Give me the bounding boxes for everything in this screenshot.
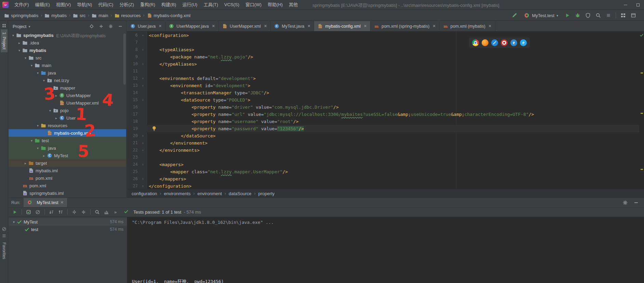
fold-marker-icon[interactable]: ∨ [139, 75, 147, 82]
settings-icon[interactable] [622, 200, 628, 206]
breadcrumb-src[interactable]: src [73, 13, 85, 18]
collapse-all-icon[interactable] [79, 208, 88, 216]
menu-item-8[interactable]: 运行(U) [179, 0, 200, 10]
xml-breadcrumb-dataSource[interactable]: dataSource [229, 191, 252, 196]
tree-item-pom.xml[interactable]: mpom.xml [9, 182, 126, 189]
menu-item-7[interactable]: 构建(B) [158, 0, 179, 10]
code-line-18[interactable]: 18 <property name="username" value="root… [127, 118, 639, 125]
ignore-test-icon[interactable] [33, 208, 42, 216]
fold-marker-icon[interactable]: ∧ [139, 132, 147, 139]
menu-item-9[interactable]: 工具(T) [200, 0, 221, 10]
breadcrumb-resources[interactable]: resources [115, 13, 141, 18]
test-node-test[interactable]: test574 ms [9, 226, 127, 233]
tab-pom.xml-spring-mybatis-[interactable]: mpom.xml (spring-mybatis)✕ [371, 21, 440, 31]
close-tab-icon[interactable]: ✕ [488, 24, 492, 28]
close-tab-icon[interactable]: ✕ [264, 24, 267, 28]
tree-item-springmybatis[interactable]: ▾springmybatisE:\JAVA项目\springmybatis [9, 31, 126, 39]
settings-icon[interactable] [108, 23, 114, 29]
code-line-21[interactable]: 21∧ </environment> [127, 139, 639, 147]
run-button[interactable] [564, 12, 571, 18]
chevron-right-icon[interactable]: ▸ [54, 94, 59, 97]
chevron-down-icon[interactable]: ▾ [48, 109, 53, 112]
run-config-selector[interactable]: MyTest.test ▾ [522, 12, 560, 19]
tree-item-.idea[interactable]: ▸.idea [9, 39, 126, 46]
warning-stripe-mark[interactable] [641, 169, 643, 170]
more-actions-icon[interactable]: » [114, 210, 117, 215]
menu-item-12[interactable]: 帮助(H) [265, 0, 286, 10]
close-tab-icon[interactable]: ✕ [433, 24, 436, 28]
tree-item-pom.xml[interactable]: mpom.xml [9, 174, 126, 182]
code-line-24[interactable]: 24∨ <mappers> [127, 161, 639, 168]
tree-item-pojo[interactable]: ▾pojo [9, 107, 126, 114]
edge-browser-icon[interactable]: e [510, 39, 517, 46]
sort-by-duration-icon[interactable] [47, 208, 56, 216]
chevron-down-icon[interactable]: ▾ [29, 139, 34, 143]
tree-item-usermapper.xml[interactable]: </>UserMapper.xml [9, 99, 126, 107]
tree-item-target[interactable]: ▸target [9, 159, 126, 167]
chevron-down-icon[interactable]: ▾ [23, 56, 28, 60]
tool-window-switcher-icon[interactable] [2, 23, 6, 28]
project-structure-button[interactable] [620, 12, 626, 18]
tree-item-mapper[interactable]: ▾mapper [9, 84, 126, 92]
code-line-9[interactable]: 9 <package name="net.lzzy.pojo"/> [127, 53, 639, 60]
inspections-ok-icon[interactable] [640, 32, 644, 37]
chrome-browser-icon[interactable] [472, 39, 479, 46]
fold-marker-icon[interactable]: ∨ [139, 96, 147, 104]
breadcrumb-springmybatis[interactable]: springmybatis [4, 13, 38, 18]
test-history-icon[interactable] [93, 208, 102, 216]
test-node-mytest[interactable]: ▾MyTest574 ms [9, 218, 127, 226]
warning-stripe-mark[interactable] [641, 113, 643, 114]
search-everywhere-button[interactable] [595, 12, 601, 18]
debug-button[interactable] [575, 12, 581, 18]
close-tab-icon[interactable]: ✕ [159, 24, 162, 28]
show-passed-icon[interactable] [24, 208, 33, 216]
code-line-10[interactable]: 10∧ </typeAliases> [127, 60, 639, 68]
tree-item-net.lzzy[interactable]: ▾net.lzzy [9, 77, 126, 84]
tree-item-mytest[interactable]: ▸CMyTest [9, 152, 126, 159]
favorites-tool-button[interactable]: Favorites [1, 240, 8, 262]
chevron-down-icon[interactable]: ▾ [35, 124, 40, 127]
tab-user.java[interactable]: CUser.java✕ [127, 21, 165, 31]
hide-panel-icon[interactable] [633, 200, 639, 206]
close-tab-icon[interactable]: ✕ [364, 24, 367, 28]
code-line-27[interactable]: 27∧</configuration> [127, 183, 639, 189]
chevron-down-icon[interactable]: ▾ [11, 33, 16, 37]
tab-mybatis-config.xml[interactable]: </>mybatis-config.xml✕ [314, 21, 371, 31]
code-line-22[interactable]: 22∧ </environments> [127, 147, 639, 154]
code-line-14[interactable]: 14 <transactionManager type="JDBC"/> [127, 89, 639, 96]
minimize-button[interactable] [619, 0, 632, 10]
menu-item-6[interactable]: 重构(R) [137, 0, 158, 10]
fold-marker-icon[interactable]: ∧ [139, 147, 147, 154]
fold-marker-icon[interactable]: ∨ [139, 161, 147, 168]
xml-breadcrumb-environments[interactable]: environments [164, 191, 190, 196]
project-scrollbar[interactable] [123, 33, 126, 85]
close-tab-icon[interactable]: ✕ [307, 24, 310, 28]
opera-browser-icon[interactable] [501, 39, 508, 46]
stop-button[interactable] [605, 12, 612, 18]
code-line-6[interactable]: 6∨<configuration> [127, 32, 639, 39]
code-line-16[interactable]: 16 <property name="driver" value="com.my… [127, 104, 639, 111]
xml-breadcrumb-property[interactable]: property [258, 191, 275, 196]
menu-item-10[interactable]: VCS(S) [221, 0, 242, 10]
tool-windows-button[interactable] [630, 12, 636, 18]
xml-breadcrumb-configuration[interactable]: configuration [132, 191, 157, 196]
tree-item-mybatis[interactable]: ▾mybatis [9, 46, 126, 54]
chevron-right-icon[interactable]: ▸ [54, 116, 59, 120]
fold-marker-icon[interactable]: ∨ [139, 82, 147, 89]
code-line-25[interactable]: 25 <mapper class="net.lzzy.mapper.UserMa… [127, 168, 639, 175]
breadcrumb-mybatis-config.xml[interactable]: </>mybatis-config.xml [147, 13, 191, 18]
warning-stripe-mark[interactable] [641, 72, 643, 73]
tab-pom.xml-mybatis-[interactable]: mpom.xml (mybatis)✕ [440, 21, 495, 31]
chevron-down-icon[interactable]: ▾ [35, 71, 40, 75]
fold-marker-icon[interactable]: ∧ [139, 60, 147, 68]
fold-marker-icon[interactable]: ∧ [139, 139, 147, 147]
sort-alphabetically-icon[interactable] [56, 208, 65, 216]
run-tab[interactable]: MyTest.test ✕ [24, 198, 67, 207]
project-panel-title[interactable]: Project [13, 24, 26, 29]
locate-icon[interactable] [89, 23, 95, 29]
tree-item-resources[interactable]: ▾resources [9, 122, 126, 129]
firefox-browser-icon[interactable] [482, 39, 488, 46]
code-line-17[interactable]: 17 <property name="url" value="jdbc:mysq… [127, 111, 639, 118]
breadcrumb-main[interactable]: main [92, 13, 108, 18]
menu-item-2[interactable]: 视图(V) [53, 0, 74, 10]
